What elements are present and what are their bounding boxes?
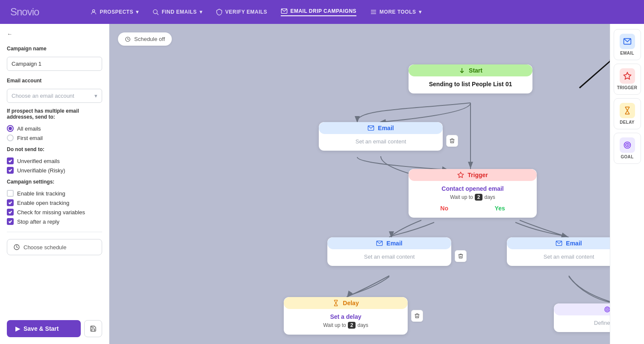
stop-reply-item[interactable]: Stop after a reply — [7, 218, 102, 225]
nav-find-emails[interactable]: FIND EMAILS ▾ — [152, 8, 202, 16]
unverifiable-checkbox — [7, 167, 14, 174]
panel-delay-icon-bg — [620, 103, 635, 118]
open-tracking-item[interactable]: Enable open tracking — [7, 199, 102, 206]
panel-goal-icon-bg — [620, 137, 635, 153]
campaign-settings-group: Enable link tracking Enable open trackin… — [7, 190, 102, 225]
email-top-header: Email — [319, 122, 443, 134]
save-icon — [90, 325, 97, 332]
sidebar: ← Campaign name Email account Choose an … — [0, 24, 109, 344]
nav-verify-emails[interactable]: VERIFY EMAILS — [216, 8, 267, 16]
panel-trigger-icon-bg — [620, 68, 635, 84]
goal-header: Goal — [554, 303, 610, 315]
canvas: Schedule off Start Sending to list Peopl… — [109, 24, 610, 344]
sidebar-divider — [7, 232, 102, 232]
email-bl-icon — [376, 240, 383, 247]
annotation-arrow — [545, 50, 610, 92]
nav-email-drip[interactable]: EMAIL DRIP CAMPAIGNS — [281, 8, 356, 16]
unverified-checkbox-item[interactable]: Unverified emails — [7, 157, 102, 164]
svg-point-1 — [153, 10, 157, 14]
main-nav: PROSPECTS ▾ FIND EMAILS ▾ VERIFY EMAILS … — [90, 8, 421, 16]
svg-point-23 — [627, 145, 628, 146]
header: Snovio PROSPECTS ▾ FIND EMAILS ▾ VERIFY … — [0, 0, 644, 24]
email-bl-body: Set an email content — [327, 249, 451, 266]
goal-node[interactable]: Goal Define goal name — [554, 303, 610, 332]
trigger-body: Contact opened email Wait up to 2 days N… — [409, 181, 537, 218]
logo-text: Snov — [10, 6, 32, 17]
email-node-bottom-right[interactable]: Email Set an email content — [507, 237, 610, 266]
campaign-name-label: Campaign name — [7, 46, 102, 52]
main-layout: ← Campaign name Email account Choose an … — [0, 24, 644, 344]
delay-header: Delay — [284, 297, 408, 309]
multiple-emails-label: If prospect has multiple email addresses… — [7, 108, 102, 120]
email-top-body: Set an email content — [319, 134, 443, 151]
open-tracking-checkbox — [7, 199, 14, 206]
trigger-yesno: No Yes — [417, 205, 528, 212]
trigger-node[interactable]: Trigger Contact opened email Wait up to … — [409, 169, 537, 218]
delete-email-top-button[interactable] — [446, 135, 458, 147]
panel-goal-item[interactable]: GOAL — [614, 133, 641, 164]
delete-email-bl-button[interactable] — [455, 250, 467, 262]
radio-first-email[interactable]: First email — [7, 134, 102, 141]
delay-body: Set a delay Wait up to 2 days — [284, 309, 408, 335]
start-node-header: Start — [409, 64, 532, 76]
panel-trigger-icon — [623, 72, 632, 80]
link-tracking-item[interactable]: Enable link tracking — [7, 190, 102, 197]
trash-email-top-icon — [449, 138, 455, 144]
email-node-top[interactable]: Email Set an email content — [319, 122, 443, 151]
email-br-header: Email — [507, 237, 610, 249]
nav-more-tools[interactable]: MORE TOOLS ▾ — [370, 8, 421, 16]
delay-hourglass-icon — [332, 300, 339, 306]
email-node-bottom-left[interactable]: Email Set an email content — [327, 237, 451, 266]
save-start-row: ▶ Save & Start — [7, 320, 102, 337]
trash-email-bl-icon — [458, 253, 464, 259]
panel-email-item[interactable]: EMAIL — [614, 29, 641, 60]
nav-prospects[interactable]: PROSPECTS ▾ — [90, 8, 138, 16]
stop-reply-checkbox — [7, 218, 14, 225]
logo-sub: io — [32, 6, 39, 17]
email-account-label: Email account — [7, 78, 102, 84]
goal-target-icon — [604, 306, 610, 313]
delay-node[interactable]: Delay Set a delay Wait up to 2 days — [284, 297, 408, 335]
svg-point-0 — [93, 10, 95, 12]
goal-body: Define goal name — [554, 315, 610, 332]
panel-delay-item[interactable]: DELAY — [614, 98, 641, 129]
delete-delay-button[interactable] — [411, 310, 423, 322]
svg-line-17 — [579, 58, 610, 88]
svg-marker-11 — [458, 172, 464, 178]
save-start-button[interactable]: ▶ Save & Start — [7, 320, 81, 337]
svg-marker-20 — [623, 73, 631, 79]
link-tracking-checkbox — [7, 190, 14, 197]
email-bl-header: Email — [327, 237, 451, 249]
email-br-body: Set an email content — [507, 249, 610, 266]
email-br-icon — [556, 240, 562, 247]
svg-marker-18 — [609, 54, 610, 60]
radio-all-emails[interactable]: All emails — [7, 125, 102, 132]
trigger-star-icon — [457, 172, 464, 178]
do-not-send-label: Do not send to: — [7, 146, 102, 152]
play-icon: ▶ — [15, 325, 20, 332]
email-top-icon — [368, 125, 374, 131]
trigger-wait: Wait up to 2 days — [417, 194, 528, 201]
choose-schedule-button[interactable]: Choose schedule — [7, 239, 102, 255]
save-icon-button[interactable] — [84, 320, 102, 337]
email-account-select[interactable]: Choose an email account ▾ — [7, 89, 102, 103]
chevron-down-icon: ▾ — [94, 93, 97, 99]
start-node-body: Sending to list People List 01 — [409, 76, 532, 93]
campaign-settings-label: Campaign settings: — [7, 179, 102, 185]
back-button[interactable]: ← — [7, 31, 102, 37]
do-not-send-group: Unverified emails Unverifiable (Risky) — [7, 157, 102, 174]
campaign-name-input[interactable] — [7, 57, 102, 71]
missing-vars-item[interactable]: Check for missing variables — [7, 209, 102, 216]
panel-goal-icon — [623, 141, 632, 149]
unverifiable-checkbox-item[interactable]: Unverifiable (Risky) — [7, 167, 102, 174]
send-to-radio-group: All emails First email — [7, 125, 102, 141]
panel-email-icon — [623, 37, 632, 46]
svg-point-16 — [607, 309, 608, 309]
trigger-header: Trigger — [409, 169, 537, 181]
clock-icon — [13, 244, 20, 251]
schedule-off-bar[interactable]: Schedule off — [118, 32, 172, 46]
panel-email-icon-bg — [620, 34, 635, 49]
logo[interactable]: Snovio — [10, 6, 39, 18]
start-node[interactable]: Start Sending to list People List 01 — [409, 64, 532, 93]
panel-trigger-item[interactable]: TRIGGER — [614, 64, 641, 95]
